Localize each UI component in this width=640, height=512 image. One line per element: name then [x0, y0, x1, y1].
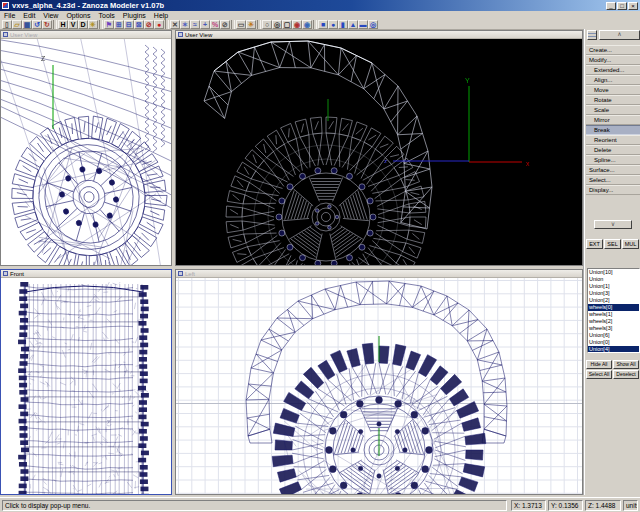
viewport-side-canvas[interactable]	[176, 278, 582, 494]
viewport-disable-icon[interactable]: ⊘	[144, 20, 154, 29]
zoom-icon[interactable]: ○	[262, 20, 272, 29]
deselect-button[interactable]: Deselect	[613, 370, 639, 379]
ext-button[interactable]: EXT	[586, 239, 603, 249]
select-all-button[interactable]: Select All	[586, 370, 612, 379]
sidebar-item-mirror[interactable]: Mirror	[586, 115, 640, 125]
viewport-side-header[interactable]: Left	[176, 270, 582, 278]
list-item[interactable]: Union	[588, 276, 639, 283]
viewport-icon[interactable]	[178, 271, 183, 276]
viewport-front-header[interactable]: Front	[1, 270, 171, 278]
toggle-d-button[interactable]: D	[78, 20, 88, 29]
primitive-sphere-icon[interactable]: ●	[328, 20, 338, 29]
viewport-front: Front	[0, 269, 172, 495]
star-icon[interactable]: ✶	[180, 20, 190, 29]
side-panel: ∧ Create...Modify...Extended...Align...M…	[583, 29, 640, 495]
viewport-front-canvas[interactable]	[1, 278, 171, 494]
list-item[interactable]: wheels[2]	[588, 318, 639, 325]
move-tool-icon[interactable]: +	[200, 20, 210, 29]
sel-button[interactable]: SEL	[604, 239, 621, 249]
menu-item-edit[interactable]: Edit	[19, 11, 39, 20]
sun-icon[interactable]: ☀	[246, 20, 256, 29]
minimize-button[interactable]: _	[606, 2, 616, 10]
sidebar-item-display[interactable]: Display...	[586, 185, 640, 195]
sidebar-item-scale[interactable]: Scale	[586, 105, 640, 115]
sidebar-item-extended[interactable]: Extended...	[586, 65, 640, 75]
render-sphere-icon[interactable]: ●	[154, 20, 164, 29]
menu-item-help[interactable]: Help	[150, 11, 172, 20]
sidebar-item-rotate[interactable]: Rotate	[586, 95, 640, 105]
scroll-up-icon[interactable]: ∧	[599, 30, 640, 40]
viewport-perspective-header[interactable]: User View	[1, 31, 171, 39]
viewport-perspective-label: User View	[10, 31, 37, 39]
list-item[interactable]: wheels[3]	[588, 325, 639, 332]
toolbar: ▯▱▦↺↻HVD✳⚑⊞⊟⊠⊘●✕✶≈+%⊘▭☀○◎▢◉◉■●▮▲▬◎	[0, 20, 640, 30]
snap-icon[interactable]: ✳	[88, 20, 98, 29]
primitive-cylinder-icon[interactable]: ▮	[338, 20, 348, 29]
new-file-icon[interactable]: ▯	[2, 20, 12, 29]
menu-item-options[interactable]: Options	[62, 11, 94, 20]
primitive-cone-icon[interactable]: ▲	[348, 20, 358, 29]
refresh-icon[interactable]: ◉	[292, 20, 302, 29]
save-icon[interactable]: ▦	[22, 20, 32, 29]
primitive-disc-icon[interactable]: ▬	[358, 20, 368, 29]
wave-icon[interactable]: ≈	[190, 20, 200, 29]
maximize-button[interactable]: □	[617, 2, 627, 10]
undo-icon[interactable]: ↺	[32, 20, 42, 29]
viewport-layout-icon-2[interactable]: ⊟	[124, 20, 134, 29]
menu-item-view[interactable]: View	[39, 11, 62, 20]
list-item[interactable]: Union[10]	[588, 269, 639, 276]
list-item[interactable]: Union[6]	[588, 332, 639, 339]
window-controls: _□×	[606, 2, 638, 10]
panel-grid-icon[interactable]	[587, 30, 597, 40]
percent-icon[interactable]: %	[210, 20, 220, 29]
menu-item-plugins[interactable]: Plugins	[119, 11, 150, 20]
close-button[interactable]: ×	[628, 2, 638, 10]
open-folder-icon[interactable]: ▱	[12, 20, 22, 29]
primitive-torus-icon[interactable]: ◎	[368, 20, 378, 29]
list-item[interactable]: wheels[1]	[588, 311, 639, 318]
sidebar-item-delete[interactable]: Delete	[586, 145, 640, 155]
viewport-user-canvas[interactable]	[176, 39, 582, 265]
sidebar-item-move[interactable]: Move	[586, 85, 640, 95]
show-all-button[interactable]: Show All	[613, 360, 639, 369]
list-item[interactable]: Union[3]	[588, 290, 639, 297]
target-icon[interactable]: ◎	[272, 20, 282, 29]
viewport-layout-icon-3[interactable]: ⊠	[134, 20, 144, 29]
menu-item-tools[interactable]: Tools	[95, 11, 119, 20]
list-item[interactable]: wheels[0]	[588, 304, 639, 311]
flag-icon[interactable]: ⚑	[104, 20, 114, 29]
redo-icon[interactable]: ↻	[42, 20, 52, 29]
viewport-icon[interactable]	[178, 32, 183, 37]
rect-select-icon[interactable]: ▭	[236, 20, 246, 29]
list-item[interactable]: Union[0]	[588, 339, 639, 346]
viewport-perspective-canvas[interactable]	[1, 39, 171, 265]
sidebar-item-align[interactable]: Align...	[586, 75, 640, 85]
mul-button[interactable]: MUL	[622, 239, 639, 249]
viewport-user-header[interactable]: User View	[176, 31, 582, 39]
sidebar-item-spline[interactable]: Spline...	[586, 155, 640, 165]
sidebar-item-break[interactable]: Break	[586, 125, 640, 135]
toggle-v-button[interactable]: V	[68, 20, 78, 29]
forbid-icon[interactable]: ⊘	[220, 20, 230, 29]
sidebar-item-reorient[interactable]: Reorient	[586, 135, 640, 145]
scroll-down-icon[interactable]: ∨	[594, 220, 632, 229]
hide-all-button[interactable]: Hide All	[586, 360, 612, 369]
list-item[interactable]: Union[2]	[588, 297, 639, 304]
page-icon[interactable]: ▢	[282, 20, 292, 29]
sidebar-item-modify[interactable]: Modify...	[586, 55, 640, 65]
sidebar-item-create[interactable]: Create...	[586, 45, 640, 55]
toolbar-separator	[165, 20, 169, 29]
status-z: Z: 1.4488	[585, 500, 621, 511]
globe-icon[interactable]: ◉	[302, 20, 312, 29]
menu-item-file[interactable]: File	[0, 11, 19, 20]
toggle-h-button[interactable]: H	[58, 20, 68, 29]
sidebar-item-select[interactable]: Select...	[586, 175, 640, 185]
list-item[interactable]: Union[1]	[588, 283, 639, 290]
viewport-icon[interactable]	[3, 271, 8, 276]
cut-icon[interactable]: ✕	[170, 20, 180, 29]
primitive-box-icon[interactable]: ■	[318, 20, 328, 29]
viewport-layout-icon-1[interactable]: ⊞	[114, 20, 124, 29]
viewport-icon[interactable]	[3, 32, 8, 37]
sidebar-item-surface[interactable]: Surface...	[586, 165, 640, 175]
list-item[interactable]: Union[4]	[588, 346, 639, 353]
